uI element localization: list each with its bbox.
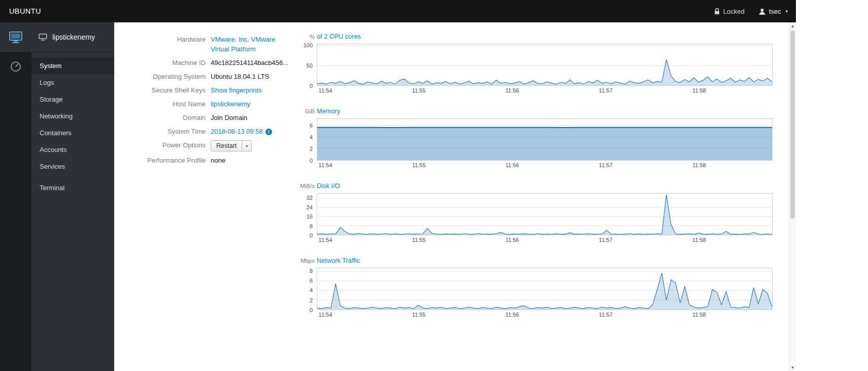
ssh-keys-row: Secure Shell Keys Show fingerprints xyxy=(114,85,299,95)
disk-io-chart: MiB/sDisk I/O 08162432 11:5411:5511:5611… xyxy=(299,182,773,244)
sidebar-menu: System Logs Storage Networking Container… xyxy=(31,57,114,196)
disk-io-unit-label: MiB/s xyxy=(299,183,315,189)
server-icon xyxy=(39,34,47,41)
domain-row: Domain Join Domain xyxy=(114,113,299,122)
disk-io-plot-area xyxy=(317,193,773,235)
y-tick-label: 8 xyxy=(310,268,313,274)
cpu-chart-link[interactable]: of 2 CPU cores xyxy=(317,33,361,40)
sidebar-item-containers[interactable]: Containers xyxy=(31,125,114,141)
network-traffic-x-axis: 11:5411:5511:5611:5711:58 xyxy=(317,310,773,319)
scroll-down-arrow[interactable]: ▼ xyxy=(789,364,796,371)
x-tick-label: 11:54 xyxy=(319,87,332,94)
network-traffic-unit-label: Mbps xyxy=(299,258,315,264)
performance-profile-label: Performance Profile xyxy=(114,156,211,165)
charts-panel: %of 2 CPU cores 050100 11:5411:5511:5611… xyxy=(299,22,773,331)
cpu-x-axis: 11:5411:5511:5611:5711:58 xyxy=(317,86,773,95)
sidebar-item-networking[interactable]: Networking xyxy=(31,108,114,125)
masthead: UBUNTU Locked tsec ▾ xyxy=(0,0,796,22)
machine-id-label: Machine ID xyxy=(114,58,211,68)
sidebar-item-storage[interactable]: Storage xyxy=(31,91,114,108)
caret-down-icon: ▾ xyxy=(246,144,248,148)
main-content: Hardware VMware, Inc. VMware Virtual Pla… xyxy=(114,22,789,371)
scroll-up-arrow[interactable]: ▲ xyxy=(789,22,796,29)
x-tick-label: 11:56 xyxy=(506,87,519,94)
lock-icon xyxy=(714,8,720,15)
masthead-actions: Locked tsec ▾ xyxy=(714,8,788,15)
power-caret-button[interactable]: ▾ xyxy=(242,140,252,151)
performance-profile-row: Performance Profile none xyxy=(114,156,299,165)
power-split-button: Restart ▾ xyxy=(211,140,252,151)
brand: UBUNTU xyxy=(9,7,41,15)
x-tick-label: 11:58 xyxy=(692,312,706,318)
y-tick-label: 6 xyxy=(310,122,313,129)
host-view-icon-button[interactable] xyxy=(0,22,31,52)
gauge-icon xyxy=(10,60,22,73)
y-tick-label: 16 xyxy=(307,213,313,220)
y-tick-label: 4 xyxy=(310,134,313,140)
y-tick-label: 32 xyxy=(307,195,313,201)
performance-profile-value: none xyxy=(211,156,225,165)
cpu-y-axis: 050100 xyxy=(299,44,317,86)
disk-io-chart-title: MiB/sDisk I/O xyxy=(299,182,773,190)
disk-io-chart-link[interactable]: Disk I/O xyxy=(317,182,340,190)
hardware-link[interactable]: VMware, Inc. VMware Virtual Platform xyxy=(211,35,287,54)
x-tick-label: 11:54 xyxy=(319,237,332,243)
host-name: lipstickenemy xyxy=(52,33,95,41)
show-fingerprints-link[interactable]: Show fingerprints xyxy=(211,86,261,94)
network-traffic-chart: MbpsNetwork Traffic 02468 11:5411:5511:5… xyxy=(299,257,773,319)
sidebar-item-terminal[interactable]: Terminal xyxy=(31,179,114,196)
cpu-unit-label: % xyxy=(299,34,315,40)
screen: UBUNTU Locked tsec ▾ xyxy=(0,0,868,371)
info-icon[interactable]: i xyxy=(265,129,272,135)
network-traffic-chart-link[interactable]: Network Traffic xyxy=(317,257,360,264)
x-tick-label: 11:56 xyxy=(506,312,519,318)
domain-label: Domain xyxy=(114,113,211,122)
x-tick-label: 11:56 xyxy=(506,237,519,243)
memory-x-axis: 11:5411:5511:5611:5711:58 xyxy=(317,161,773,170)
locked-indicator[interactable]: Locked xyxy=(714,8,745,15)
x-tick-label: 11:56 xyxy=(506,162,519,168)
hostname-link[interactable]: lipstickenemy xyxy=(211,100,250,108)
hardware-row: Hardware VMware, Inc. VMware Virtual Pla… xyxy=(114,35,299,54)
cpu-plot-area xyxy=(317,44,773,86)
memory-chart-link[interactable]: Memory xyxy=(317,107,340,115)
x-tick-label: 11:57 xyxy=(599,312,613,318)
y-tick-label: 2 xyxy=(310,297,313,303)
y-tick-label: 50 xyxy=(307,63,313,69)
caret-down-icon: ▾ xyxy=(785,9,788,14)
scrollbar-thumb[interactable] xyxy=(790,30,795,219)
x-tick-label: 11:54 xyxy=(319,162,332,168)
memory-plot xyxy=(317,119,772,160)
system-info-panel: Hardware VMware, Inc. VMware Virtual Pla… xyxy=(114,22,299,169)
host-selector[interactable]: lipstickenemy xyxy=(31,22,114,52)
sidebar: lipstickenemy System Logs Storage Networ… xyxy=(31,22,114,371)
sidebar-item-system[interactable]: System xyxy=(31,57,114,74)
sidebar-item-logs[interactable]: Logs xyxy=(31,74,114,91)
x-tick-label: 11:58 xyxy=(692,237,706,243)
y-tick-label: 2 xyxy=(310,146,313,152)
os-row: Operating System Ubuntu 18.04.1 LTS xyxy=(114,72,299,81)
sidebar-item-services[interactable]: Services xyxy=(31,158,114,175)
y-tick-label: 0 xyxy=(310,83,313,89)
x-tick-label: 11:55 xyxy=(412,162,426,168)
locked-label: Locked xyxy=(723,8,745,15)
content-scrollbar[interactable]: ▲ ▼ xyxy=(789,22,796,371)
sidebar-item-accounts[interactable]: Accounts xyxy=(31,141,114,158)
y-tick-label: 6 xyxy=(310,277,313,284)
y-tick-label: 0 xyxy=(310,307,313,313)
domain-value: Join Domain xyxy=(211,113,247,122)
disk-io-plot xyxy=(317,194,772,235)
y-tick-label: 0 xyxy=(310,232,313,238)
restart-button[interactable]: Restart xyxy=(211,140,242,151)
memory-plot-area xyxy=(317,118,773,161)
system-time-link[interactable]: 2018-08-13 09:58 xyxy=(211,128,263,135)
machine-id-value: 49c1822514114bacb456... xyxy=(211,58,288,68)
memory-chart: GiBMemory 0246 11:5411:5511:5611:5711:58 xyxy=(299,107,773,170)
dashboard-icon-button[interactable] xyxy=(0,52,31,81)
hardware-label: Hardware xyxy=(114,35,211,54)
network-traffic-y-axis: 02468 xyxy=(299,268,317,310)
user-menu[interactable]: tsec ▾ xyxy=(759,8,788,15)
memory-y-axis: 0246 xyxy=(299,118,317,161)
user-label: tsec xyxy=(769,8,781,15)
memory-unit-label: GiB xyxy=(299,108,315,114)
